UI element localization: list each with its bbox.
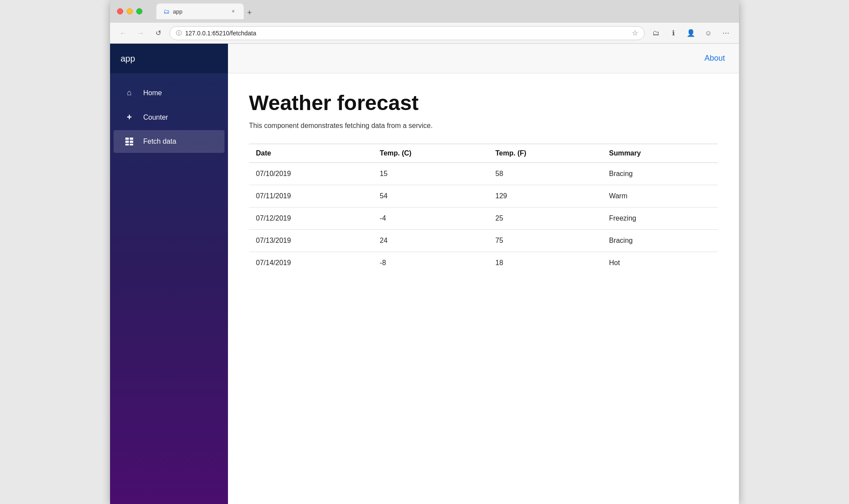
password-manager-icon[interactable]: ℹ: [667, 27, 680, 39]
minimize-window-button[interactable]: [127, 8, 133, 14]
sidebar-item-home[interactable]: ⌂ Home: [114, 81, 224, 104]
sidebar-item-fetchdata[interactable]: Fetch data: [114, 130, 224, 153]
cell-temp-f: 129: [488, 185, 602, 207]
col-header-temp-f: Temp. (F): [488, 144, 602, 163]
svg-rect-4: [125, 144, 129, 145]
table-header-row: Date Temp. (C) Temp. (F) Summary: [249, 144, 718, 163]
cell-date: 07/13/2019: [249, 230, 373, 252]
forward-button[interactable]: →: [135, 27, 147, 39]
cell-summary: Warm: [602, 185, 718, 207]
toolbar-icons: 🗂 ℹ 👤 ☺ ⋯: [650, 27, 732, 39]
col-header-date: Date: [249, 144, 373, 163]
back-button[interactable]: ←: [117, 27, 129, 39]
maximize-window-button[interactable]: [136, 8, 142, 14]
address-bar[interactable]: ⓘ 127.0.0.1:65210/fetchdata ☆: [169, 26, 645, 40]
cell-summary: Hot: [602, 252, 718, 274]
tab-bar: 🗂 app × +: [156, 3, 732, 19]
svg-rect-5: [130, 144, 133, 145]
sidebar-nav: ⌂ Home + Counter: [110, 73, 228, 161]
fetchdata-label: Fetch data: [143, 138, 176, 145]
info-icon: ⓘ: [176, 29, 182, 37]
cell-temp-f: 58: [488, 163, 602, 185]
cell-temp-f: 25: [488, 207, 602, 230]
active-tab[interactable]: 🗂 app ×: [156, 3, 244, 19]
cell-temp-c: -8: [373, 252, 489, 274]
cell-temp-c: 24: [373, 230, 489, 252]
close-tab-button[interactable]: ×: [230, 8, 237, 15]
sidebar-header: app: [110, 44, 228, 73]
url-text: 127.0.0.1:65210/fetchdata: [185, 30, 628, 37]
table-row: 07/11/2019 54 129 Warm: [249, 185, 718, 207]
table-row: 07/12/2019 -4 25 Freezing: [249, 207, 718, 230]
cell-date: 07/11/2019: [249, 185, 373, 207]
svg-rect-1: [130, 138, 133, 140]
cell-temp-f: 75: [488, 230, 602, 252]
sidebar-item-counter[interactable]: + Counter: [114, 105, 224, 129]
cell-date: 07/12/2019: [249, 207, 373, 230]
close-window-button[interactable]: [117, 8, 123, 14]
svg-rect-2: [125, 141, 129, 143]
sidebar: app ⌂ Home + Counter: [110, 44, 228, 504]
content-area: Weather forecast This component demonstr…: [228, 73, 739, 504]
cell-temp-c: 54: [373, 185, 489, 207]
main-content: About Weather forecast This component de…: [228, 44, 739, 504]
app-title: app: [121, 54, 135, 64]
browser-window: 🗂 app × + ← → ↺ ⓘ 127.0.0.1:65210/fetchd…: [110, 0, 739, 504]
emoji-icon[interactable]: ☺: [702, 27, 714, 39]
refresh-button[interactable]: ↺: [152, 27, 164, 39]
counter-icon: +: [124, 112, 135, 122]
table-row: 07/14/2019 -8 18 Hot: [249, 252, 718, 274]
page-title: Weather forecast: [249, 91, 718, 115]
cell-temp-c: 15: [373, 163, 489, 185]
profile-icon[interactable]: 👤: [685, 27, 697, 39]
svg-rect-0: [125, 138, 129, 140]
cell-summary: Bracing: [602, 230, 718, 252]
home-label: Home: [143, 89, 162, 97]
col-header-summary: Summary: [602, 144, 718, 163]
counter-label: Counter: [143, 114, 168, 121]
tab-title: app: [173, 8, 226, 15]
cell-date: 07/10/2019: [249, 163, 373, 185]
table-row: 07/10/2019 15 58 Bracing: [249, 163, 718, 185]
about-link[interactable]: About: [704, 54, 725, 63]
top-nav: About: [228, 44, 739, 73]
bookmark-icon[interactable]: ☆: [632, 29, 638, 37]
home-icon: ⌂: [124, 88, 135, 97]
menu-icon[interactable]: ⋯: [720, 27, 732, 39]
cell-date: 07/14/2019: [249, 252, 373, 274]
extensions-icon[interactable]: 🗂: [650, 27, 662, 39]
table-row: 07/13/2019 24 75 Bracing: [249, 230, 718, 252]
address-bar-row: ← → ↺ ⓘ 127.0.0.1:65210/fetchdata ☆ 🗂 ℹ …: [110, 23, 739, 44]
app-container: app ⌂ Home + Counter: [110, 44, 739, 504]
cell-summary: Bracing: [602, 163, 718, 185]
cell-temp-f: 18: [488, 252, 602, 274]
traffic-lights: [117, 8, 142, 14]
cell-summary: Freezing: [602, 207, 718, 230]
tab-favicon-icon: 🗂: [163, 8, 169, 15]
page-subtitle: This component demonstrates fetching dat…: [249, 122, 718, 130]
title-bar: 🗂 app × +: [110, 0, 739, 23]
cell-temp-c: -4: [373, 207, 489, 230]
col-header-temp-c: Temp. (C): [373, 144, 489, 163]
weather-table: Date Temp. (C) Temp. (F) Summary 07/10/2…: [249, 144, 718, 274]
table-icon: [124, 137, 135, 146]
new-tab-button[interactable]: +: [244, 7, 255, 19]
svg-rect-3: [130, 141, 133, 143]
